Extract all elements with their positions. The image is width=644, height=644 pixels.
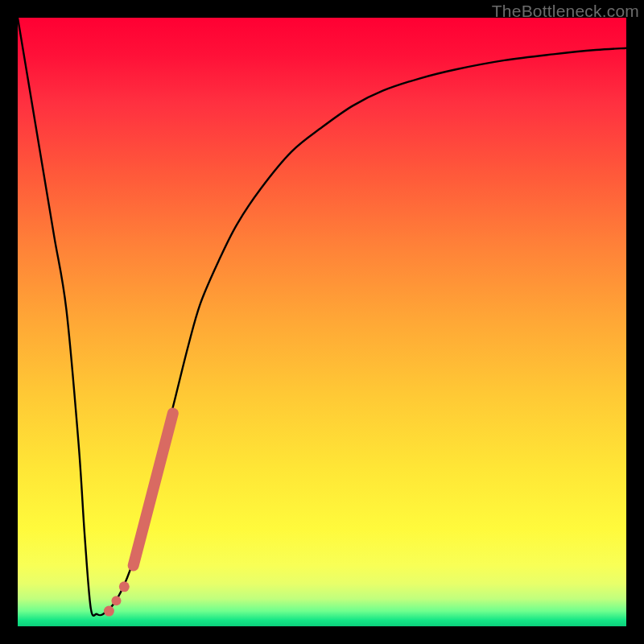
- marker-dot-2: [111, 596, 121, 605]
- plot-area: [18, 18, 626, 626]
- marker-dot-1: [119, 581, 130, 592]
- marker-dot-3: [104, 606, 114, 617]
- bottleneck-curve: [18, 18, 626, 616]
- curve-svg: [18, 18, 626, 626]
- chart-frame: TheBottleneck.com: [0, 0, 644, 644]
- marker-segment: [134, 413, 173, 565]
